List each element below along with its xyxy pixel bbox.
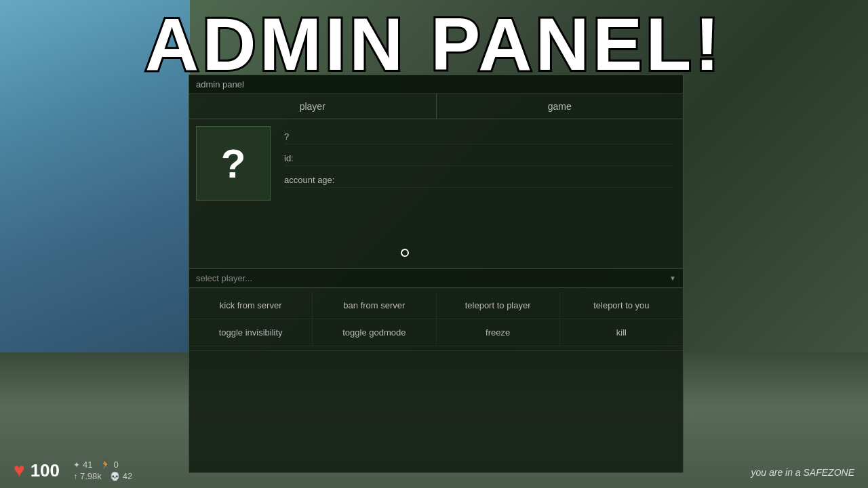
detail-name: ? [284,129,673,144]
select-player-text: select player... [196,273,669,283]
player-info-section: ? [196,126,271,262]
tab-game[interactable]: game [437,94,684,119]
health-icon: ♥ [14,460,25,481]
panel-tabs: player game [189,94,683,119]
detail-account-age: account age: [284,173,673,188]
btn-teleport-to-player[interactable]: teleport to player [437,292,560,319]
btn-teleport-to-you[interactable]: teleport to you [560,292,683,319]
btn-freeze[interactable]: freeze [437,319,560,346]
btn-toggle-godmode[interactable]: toggle godmode [313,319,436,346]
hud-bottom-left: ♥ 100 ✦ 41 🏃 0 ↑ 7.98k 💀 42 [14,460,132,481]
panel-content: ? ? id: account age: [189,119,683,268]
run-icon: 🏃 [100,460,111,470]
page-title: ADMIN PANEL! [0,7,868,81]
kills-value: 41 [83,460,92,470]
tab-player[interactable]: player [189,94,437,119]
hud-stat-row-2: ↑ 7.98k 💀 42 [73,471,132,481]
hud-stats: ✦ 41 🏃 0 ↑ 7.98k 💀 42 [73,460,132,481]
health-value: 100 [31,460,60,481]
panel-bottom-area [189,350,683,472]
hud-stat-row-1: ✦ 41 🏃 0 [73,460,132,470]
btn-toggle-invisibility[interactable]: toggle invisibility [189,319,313,346]
detail-id: id: [284,151,673,166]
score-icon: ↑ [73,472,77,481]
action-row-2: toggle invisibility toggle godmode freez… [189,319,683,346]
deaths-value: 42 [123,471,132,481]
action-buttons: kick from server ban from server telepor… [189,288,683,350]
safezone-text: you are in a SAFEZONE [751,467,854,478]
admin-panel: admin panel player game ? ? id: account … [189,75,684,473]
dropdown-arrow-icon: ▼ [669,274,676,282]
action-row-1: kick from server ban from server telepor… [189,292,683,319]
player-details: ? id: account age: [281,126,676,262]
btn-kill[interactable]: kill [560,319,683,346]
player-avatar: ? [196,126,271,201]
btn-ban-from-server[interactable]: ban from server [313,292,436,319]
btn-kick-from-server[interactable]: kick from server [189,292,313,319]
select-player-row[interactable]: select player... ▼ [189,268,683,288]
score-value: 7.98k [80,471,102,481]
skull-icon: 💀 [110,472,120,481]
run-value: 0 [113,460,118,470]
kills-icon: ✦ [73,460,80,470]
